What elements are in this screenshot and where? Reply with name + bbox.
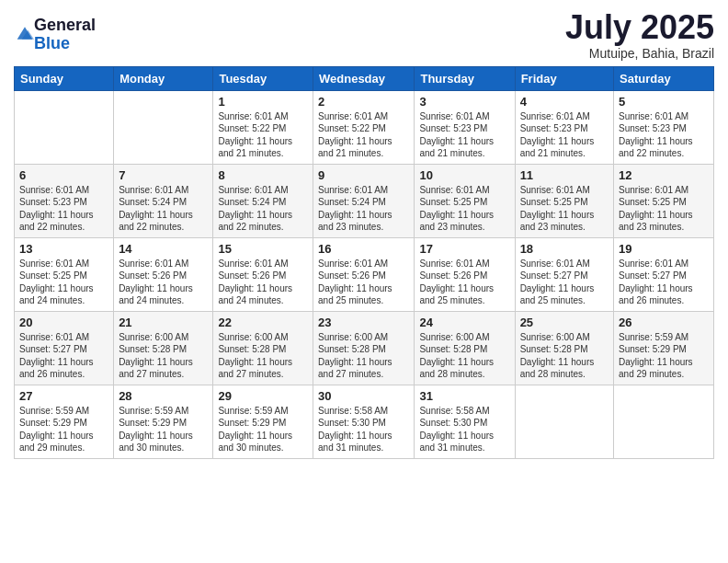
day-number: 1: [218, 95, 308, 109]
day-number: 18: [520, 242, 609, 256]
day-info: Sunrise: 5:59 AM Sunset: 5:29 PM Dayligh…: [619, 332, 693, 380]
day-number: 13: [19, 242, 108, 256]
calendar-cell: 18Sunrise: 6:01 AM Sunset: 5:27 PM Dayli…: [515, 237, 613, 311]
calendar-cell: 14Sunrise: 6:01 AM Sunset: 5:26 PM Dayli…: [114, 237, 213, 311]
logo-icon: [14, 24, 34, 46]
calendar-week-2: 6Sunrise: 6:01 AM Sunset: 5:23 PM Daylig…: [15, 164, 714, 237]
day-number: 17: [419, 242, 509, 256]
day-info: Sunrise: 6:01 AM Sunset: 5:24 PM Dayligh…: [119, 185, 193, 233]
calendar-cell: 10Sunrise: 6:01 AM Sunset: 5:25 PM Dayli…: [415, 164, 515, 237]
day-info: Sunrise: 5:58 AM Sunset: 5:30 PM Dayligh…: [318, 406, 392, 454]
calendar-cell: 27Sunrise: 5:59 AM Sunset: 5:29 PM Dayli…: [15, 385, 114, 458]
day-info: Sunrise: 6:01 AM Sunset: 5:27 PM Dayligh…: [19, 332, 94, 380]
day-info: Sunrise: 6:01 AM Sunset: 5:27 PM Dayligh…: [520, 259, 595, 306]
calendar-week-1: 1Sunrise: 6:01 AM Sunset: 5:22 PM Daylig…: [15, 90, 714, 164]
day-header-sunday: Sunday: [15, 66, 114, 90]
calendar-cell: 8Sunrise: 6:01 AM Sunset: 5:24 PM Daylig…: [213, 164, 313, 237]
day-number: 25: [520, 316, 609, 329]
logo: General Blue: [14, 17, 96, 53]
day-info: Sunrise: 6:01 AM Sunset: 5:26 PM Dayligh…: [318, 259, 392, 306]
day-number: 11: [520, 168, 609, 182]
day-number: 2: [318, 95, 409, 109]
day-info: Sunrise: 6:00 AM Sunset: 5:28 PM Dayligh…: [520, 332, 595, 380]
page: General Blue July 2025 Mutuipe, Bahia, B…: [0, 0, 728, 563]
day-header-saturday: Saturday: [614, 66, 714, 90]
day-number: 24: [419, 316, 509, 329]
calendar-cell: 13Sunrise: 6:01 AM Sunset: 5:25 PM Dayli…: [15, 237, 114, 311]
day-header-wednesday: Wednesday: [313, 66, 415, 90]
calendar-cell: [114, 90, 213, 164]
day-info: Sunrise: 6:01 AM Sunset: 5:25 PM Dayligh…: [619, 185, 693, 233]
day-number: 7: [119, 168, 208, 182]
day-header-friday: Friday: [515, 66, 613, 90]
day-number: 10: [419, 168, 509, 182]
calendar-cell: 16Sunrise: 6:01 AM Sunset: 5:26 PM Dayli…: [313, 237, 415, 311]
day-info: Sunrise: 6:01 AM Sunset: 5:24 PM Dayligh…: [318, 185, 392, 233]
calendar-week-4: 20Sunrise: 6:01 AM Sunset: 5:27 PM Dayli…: [15, 311, 714, 385]
calendar-cell: 21Sunrise: 6:00 AM Sunset: 5:28 PM Dayli…: [114, 311, 213, 385]
calendar: SundayMondayTuesdayWednesdayThursdayFrid…: [14, 66, 714, 459]
calendar-cell: 5Sunrise: 6:01 AM Sunset: 5:23 PM Daylig…: [614, 90, 714, 164]
calendar-cell: 28Sunrise: 5:59 AM Sunset: 5:29 PM Dayli…: [114, 385, 213, 458]
day-number: 31: [419, 389, 509, 403]
calendar-cell: 6Sunrise: 6:01 AM Sunset: 5:23 PM Daylig…: [15, 164, 114, 237]
day-number: 19: [619, 242, 709, 256]
day-info: Sunrise: 6:01 AM Sunset: 5:22 PM Dayligh…: [218, 111, 292, 159]
calendar-cell: 3Sunrise: 6:01 AM Sunset: 5:23 PM Daylig…: [415, 90, 515, 164]
day-number: 9: [318, 168, 409, 182]
day-number: 28: [119, 389, 208, 403]
logo-text: General Blue: [34, 17, 96, 53]
day-number: 27: [19, 389, 108, 403]
day-info: Sunrise: 6:01 AM Sunset: 5:23 PM Dayligh…: [520, 111, 595, 159]
day-info: Sunrise: 6:01 AM Sunset: 5:26 PM Dayligh…: [119, 259, 193, 306]
day-header-tuesday: Tuesday: [213, 66, 313, 90]
logo-general: General: [34, 17, 96, 35]
day-info: Sunrise: 6:01 AM Sunset: 5:23 PM Dayligh…: [619, 111, 693, 159]
day-number: 26: [619, 316, 709, 329]
day-number: 6: [19, 168, 108, 182]
day-header-monday: Monday: [114, 66, 213, 90]
day-number: 21: [119, 316, 208, 329]
calendar-cell: 7Sunrise: 6:01 AM Sunset: 5:24 PM Daylig…: [114, 164, 213, 237]
day-info: Sunrise: 5:59 AM Sunset: 5:29 PM Dayligh…: [119, 406, 193, 454]
day-info: Sunrise: 6:01 AM Sunset: 5:25 PM Dayligh…: [19, 259, 94, 306]
day-number: 22: [218, 316, 308, 329]
calendar-cell: 15Sunrise: 6:01 AM Sunset: 5:26 PM Dayli…: [213, 237, 313, 311]
day-number: 4: [520, 95, 609, 109]
day-info: Sunrise: 6:01 AM Sunset: 5:26 PM Dayligh…: [218, 259, 292, 306]
calendar-cell: 20Sunrise: 6:01 AM Sunset: 5:27 PM Dayli…: [15, 311, 114, 385]
day-number: 15: [218, 242, 308, 256]
day-number: 14: [119, 242, 208, 256]
calendar-header-row: SundayMondayTuesdayWednesdayThursdayFrid…: [15, 66, 714, 90]
day-number: 3: [419, 95, 509, 109]
calendar-cell: 11Sunrise: 6:01 AM Sunset: 5:25 PM Dayli…: [515, 164, 613, 237]
day-number: 30: [318, 389, 409, 403]
calendar-cell: 23Sunrise: 6:00 AM Sunset: 5:28 PM Dayli…: [313, 311, 415, 385]
day-info: Sunrise: 6:01 AM Sunset: 5:27 PM Dayligh…: [619, 259, 693, 306]
calendar-cell: 26Sunrise: 5:59 AM Sunset: 5:29 PM Dayli…: [614, 311, 714, 385]
calendar-cell: [15, 90, 114, 164]
day-info: Sunrise: 6:01 AM Sunset: 5:23 PM Dayligh…: [19, 185, 94, 233]
day-info: Sunrise: 6:01 AM Sunset: 5:26 PM Dayligh…: [419, 259, 494, 306]
calendar-cell: 29Sunrise: 5:59 AM Sunset: 5:29 PM Dayli…: [213, 385, 313, 458]
day-info: Sunrise: 6:00 AM Sunset: 5:28 PM Dayligh…: [218, 332, 292, 380]
day-info: Sunrise: 6:01 AM Sunset: 5:22 PM Dayligh…: [318, 111, 392, 159]
calendar-cell: [515, 385, 613, 458]
header: General Blue July 2025 Mutuipe, Bahia, B…: [14, 9, 714, 61]
calendar-cell: 19Sunrise: 6:01 AM Sunset: 5:27 PM Dayli…: [614, 237, 714, 311]
calendar-cell: 25Sunrise: 6:00 AM Sunset: 5:28 PM Dayli…: [515, 311, 613, 385]
day-info: Sunrise: 6:01 AM Sunset: 5:24 PM Dayligh…: [218, 185, 292, 233]
day-info: Sunrise: 6:01 AM Sunset: 5:25 PM Dayligh…: [419, 185, 494, 233]
calendar-cell: 24Sunrise: 6:00 AM Sunset: 5:28 PM Dayli…: [415, 311, 515, 385]
calendar-cell: 22Sunrise: 6:00 AM Sunset: 5:28 PM Dayli…: [213, 311, 313, 385]
day-info: Sunrise: 6:01 AM Sunset: 5:23 PM Dayligh…: [419, 111, 494, 159]
day-info: Sunrise: 6:01 AM Sunset: 5:25 PM Dayligh…: [520, 185, 595, 233]
day-header-thursday: Thursday: [415, 66, 515, 90]
day-info: Sunrise: 6:00 AM Sunset: 5:28 PM Dayligh…: [318, 332, 392, 380]
month-title: July 2025: [565, 9, 714, 46]
calendar-week-5: 27Sunrise: 5:59 AM Sunset: 5:29 PM Dayli…: [15, 385, 714, 458]
title-area: July 2025 Mutuipe, Bahia, Brazil: [565, 9, 714, 61]
day-info: Sunrise: 5:58 AM Sunset: 5:30 PM Dayligh…: [419, 406, 494, 454]
day-number: 8: [218, 168, 308, 182]
calendar-cell: 31Sunrise: 5:58 AM Sunset: 5:30 PM Dayli…: [415, 385, 515, 458]
